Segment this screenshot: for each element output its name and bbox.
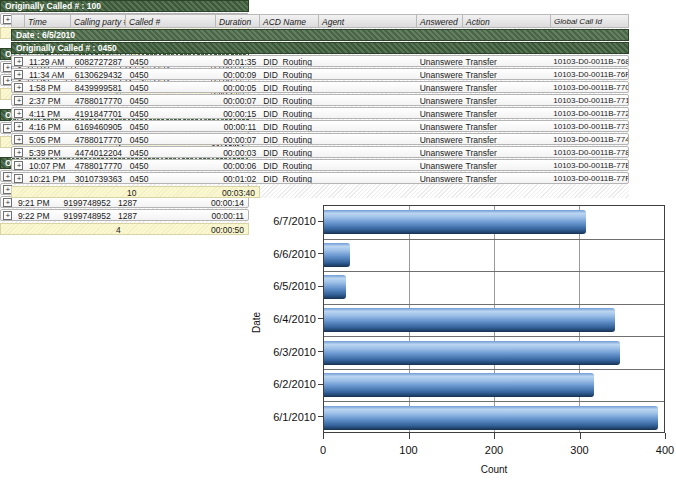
cell-action: Transfer bbox=[463, 82, 551, 92]
column-header-agent[interactable]: Agent bbox=[319, 14, 417, 28]
expand-cell: + bbox=[12, 121, 26, 131]
expand-plus-icon[interactable]: + bbox=[3, 211, 12, 220]
cell-duration: 00:01:02 bbox=[216, 173, 260, 183]
table-row[interactable]: +5:05 PM4788017770045000:00:07DID_Routin… bbox=[11, 133, 629, 145]
cell-calling-party: 4788017770 bbox=[72, 95, 127, 105]
cell-answered: Unanswered bbox=[417, 147, 463, 157]
expand-plus-icon[interactable]: + bbox=[14, 109, 23, 118]
chart-bar bbox=[324, 341, 620, 365]
table-row[interactable]: +9:22 PM9199748952128700:00:11 bbox=[0, 209, 249, 221]
cell-global-call-id: 10103-D0-0011B-77F bbox=[550, 173, 628, 183]
x-axis-tick bbox=[323, 433, 324, 439]
chart-bar bbox=[324, 210, 586, 234]
cell-time: 1:58 PM bbox=[26, 82, 72, 92]
expand-plus-icon[interactable]: + bbox=[14, 174, 23, 183]
summary-count: 4 bbox=[116, 224, 206, 234]
chart-bar bbox=[324, 308, 615, 332]
table-row[interactable]: +1:58 PM8439999581045000:00:05DID_Routin… bbox=[11, 81, 629, 93]
cell-action: Transfer bbox=[463, 108, 551, 118]
x-axis-tick-label: 100 bbox=[392, 444, 426, 456]
cell-acd-name: DID_Routing bbox=[260, 108, 319, 118]
expand-plus-icon[interactable]: + bbox=[14, 83, 23, 92]
cell-called: 0450 bbox=[127, 69, 217, 79]
cell-time: 4:16 PM bbox=[26, 121, 72, 131]
column-header-acd-name[interactable]: ACD Name bbox=[260, 14, 319, 28]
cell-action: Transfer bbox=[463, 95, 551, 105]
expand-plus-icon[interactable]: + bbox=[14, 57, 23, 66]
cell-agent bbox=[319, 160, 417, 170]
table-row[interactable]: +4:16 PM6169460905045000:00:11DID_Routin… bbox=[11, 120, 629, 132]
cell-global-call-id: 10103-D0-0011B-768 bbox=[550, 56, 628, 66]
expand-plus-icon[interactable]: + bbox=[14, 70, 23, 79]
cell-answered: Unanswered bbox=[417, 82, 463, 92]
table-row[interactable]: +5:39 PM4474012204045000:00:03DID_Routin… bbox=[11, 146, 629, 158]
cell-called: 1287 bbox=[115, 210, 204, 220]
expand-plus-icon[interactable]: + bbox=[14, 135, 23, 144]
expand-cell: + bbox=[12, 134, 26, 144]
cell-agent bbox=[319, 134, 417, 144]
table-row[interactable]: +4:11 PM4191847701045000:00:15DID_Routin… bbox=[11, 107, 629, 119]
x-axis-title: Count bbox=[323, 464, 665, 475]
table-row[interactable]: +11:29 AM6082727287045000:01:35DID_Routi… bbox=[11, 55, 629, 67]
cell-time: 10:21 PM bbox=[26, 173, 72, 183]
column-header-action[interactable]: Action bbox=[463, 14, 551, 28]
column-header-time[interactable]: Time bbox=[25, 14, 71, 28]
date-group-header[interactable]: Date : 6/5/2010 bbox=[11, 29, 629, 41]
x-axis-tick bbox=[494, 433, 495, 439]
expand-cell: + bbox=[1, 197, 15, 207]
cell-duration: 00:00:06 bbox=[216, 160, 260, 170]
table-row[interactable]: +11:34 AM6130629432045000:00:09DID_Routi… bbox=[11, 68, 629, 80]
cell-answered: Unanswered bbox=[417, 134, 463, 144]
cell-global-call-id: 10103-D0-0011B-76F bbox=[550, 69, 628, 79]
called-group-header[interactable]: Originally Called # : 0450 bbox=[11, 42, 629, 54]
expand-plus-icon[interactable]: + bbox=[14, 122, 23, 131]
y-axis-label: 6/5/2010 bbox=[255, 270, 323, 303]
cell-global-call-id: 10103-D0-0011B-773 bbox=[550, 121, 628, 131]
x-axis-tick-label: 400 bbox=[648, 444, 676, 456]
expand-plus-icon[interactable]: + bbox=[14, 96, 23, 105]
cell-agent bbox=[319, 108, 417, 118]
expand-cell: + bbox=[1, 210, 15, 220]
cell-agent bbox=[319, 121, 417, 131]
y-axis-label: 6/7/2010 bbox=[255, 205, 323, 238]
expand-plus-icon[interactable]: + bbox=[14, 148, 23, 157]
cell-time: 9:21 PM bbox=[15, 197, 61, 207]
column-header-duration[interactable]: Duration bbox=[216, 14, 260, 28]
cell-time: 11:29 AM bbox=[26, 56, 72, 66]
cell-called: 0450 bbox=[127, 121, 217, 131]
column-header-called[interactable]: Called # bbox=[126, 14, 216, 28]
cell-acd-name: DID_Routing bbox=[260, 173, 319, 183]
summary-total-duration: 00:00:50 bbox=[206, 224, 248, 234]
summary-total-duration: 00:03:40 bbox=[217, 187, 259, 197]
y-axis-label-text: 6/4/2010 bbox=[273, 313, 316, 325]
called-group-header[interactable]: Originally Called # : 100 bbox=[0, 0, 249, 12]
cell-calling-party: 9199748952 bbox=[61, 210, 116, 220]
cell-calling-party: 4474012204 bbox=[72, 147, 127, 157]
expand-cell: + bbox=[12, 108, 26, 118]
expand-plus-icon[interactable]: + bbox=[14, 161, 23, 170]
cell-acd-name: DID_Routing bbox=[260, 160, 319, 170]
column-header-global-call-id[interactable]: Global Call Id bbox=[551, 14, 629, 28]
x-axis-tick bbox=[665, 433, 666, 439]
cell-called: 0450 bbox=[127, 82, 217, 92]
summary-spacer bbox=[12, 187, 127, 197]
cell-called: 0450 bbox=[127, 95, 217, 105]
table-row[interactable]: +2:37 PM4788017770045000:00:07DID_Routin… bbox=[11, 94, 629, 106]
table-row[interactable]: +10:21 PM3010739363045000:01:02DID_Routi… bbox=[11, 172, 629, 184]
cell-global-call-id: 10103-D0-0011B-778 bbox=[550, 147, 628, 157]
table-row[interactable]: +10:07 PM4788017770045000:00:06DID_Routi… bbox=[11, 159, 629, 171]
group-summary-row: 10 00:03:40 bbox=[11, 186, 260, 198]
y-axis-label: 6/1/2010 bbox=[255, 400, 323, 433]
cell-global-call-id: 10103-D0-0011B-770 bbox=[550, 82, 628, 92]
column-header-answered[interactable]: Answered bbox=[417, 14, 463, 28]
chart-plot-area bbox=[323, 205, 665, 433]
y-axis-labels: 6/7/20106/6/20106/5/20106/4/20106/3/2010… bbox=[255, 205, 323, 433]
column-header-calling-party[interactable]: Calling party # bbox=[71, 14, 126, 28]
y-axis-label: 6/2/2010 bbox=[255, 368, 323, 401]
cell-acd-name: DID_Routing bbox=[260, 134, 319, 144]
cell-time: 4:11 PM bbox=[26, 108, 72, 118]
cell-calling-party: 6169460905 bbox=[72, 121, 127, 131]
cell-calling-party: 4788017770 bbox=[72, 134, 127, 144]
expand-plus-icon[interactable]: + bbox=[3, 198, 12, 207]
y-axis-label-text: 6/2/2010 bbox=[273, 378, 316, 390]
